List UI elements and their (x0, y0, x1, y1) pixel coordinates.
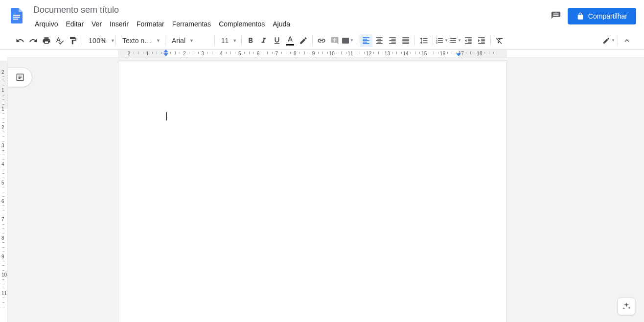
chevron-down-icon: ▼ (611, 38, 615, 43)
insert-comment-button[interactable] (328, 34, 341, 47)
separator (433, 36, 433, 46)
zoom-dropdown[interactable]: 100%▼ (85, 34, 113, 47)
italic-button[interactable] (257, 34, 270, 47)
line-spacing-button[interactable] (417, 34, 430, 47)
separator (241, 36, 242, 46)
bold-button[interactable] (244, 34, 257, 47)
horizontal-ruler[interactable]: 21123456789101112131415161718 (8, 50, 644, 58)
svg-rect-2 (13, 19, 18, 20)
share-label: Compartilhar (588, 12, 627, 20)
separator (165, 36, 165, 46)
menu-editar[interactable]: Editar (62, 18, 87, 30)
lock-icon (576, 12, 584, 20)
chevron-down-icon: ▼ (156, 38, 161, 43)
align-right-button[interactable] (386, 34, 399, 47)
style-dropdown[interactable]: Texto norm...▼ (118, 34, 162, 47)
chevron-down-icon: ▼ (350, 38, 354, 43)
align-left-button[interactable] (360, 34, 372, 47)
separator (357, 36, 357, 46)
chevron-down-icon: ▼ (458, 38, 461, 43)
image-icon (342, 38, 349, 44)
comments-icon[interactable] (550, 10, 562, 22)
chevron-down-icon: ▼ (189, 38, 194, 43)
highlight-button[interactable] (297, 34, 310, 47)
insert-link-button[interactable] (315, 34, 328, 47)
menu-inserir[interactable]: Inserir (106, 18, 132, 30)
chevron-down-icon: ▼ (232, 38, 237, 43)
align-justify-button[interactable] (399, 34, 412, 47)
separator (115, 36, 116, 46)
text-cursor (166, 112, 167, 120)
separator (414, 36, 415, 46)
explore-button[interactable] (618, 298, 635, 315)
svg-rect-0 (13, 15, 20, 16)
document-page[interactable] (118, 61, 507, 322)
toolbar: 100%▼ Texto norm...▼ Arial▼ 11▼ ▼ ▼ ▼ ▼ (0, 31, 644, 50)
doc-title[interactable]: Documento sem título (30, 4, 550, 16)
align-center-button[interactable] (373, 34, 386, 47)
paint-format-button[interactable] (67, 34, 79, 47)
underline-button[interactable] (271, 34, 283, 47)
editing-mode-button[interactable]: ▼ (602, 34, 615, 47)
chevron-down-icon: ▼ (444, 38, 448, 43)
menu-ver[interactable]: Ver (88, 18, 105, 30)
collapse-toolbar-button[interactable] (621, 34, 633, 47)
text-color-button[interactable] (284, 34, 297, 47)
redo-button[interactable] (27, 34, 40, 47)
bulleted-list-button[interactable]: ▼ (449, 34, 461, 47)
chevron-down-icon: ▼ (111, 38, 115, 43)
svg-rect-1 (13, 17, 20, 18)
font-dropdown[interactable]: Arial▼ (168, 34, 212, 47)
menu-arquivo[interactable]: Arquivo (31, 18, 61, 30)
print-button[interactable] (40, 34, 53, 47)
clear-formatting-button[interactable] (493, 34, 506, 47)
document-canvas[interactable] (8, 58, 644, 322)
menu-complementos[interactable]: Complementos (215, 18, 268, 30)
decrease-indent-button[interactable] (462, 34, 475, 47)
insert-image-button[interactable]: ▼ (342, 34, 354, 47)
menu-formatar[interactable]: Formatar (133, 18, 168, 30)
undo-button[interactable] (14, 34, 26, 47)
separator (490, 36, 491, 46)
separator (618, 36, 618, 46)
menu-bar: Arquivo Editar Ver Inserir Formatar Ferr… (31, 18, 550, 30)
numbered-list-button[interactable]: ▼ (436, 34, 448, 47)
separator (82, 36, 82, 46)
separator (312, 36, 313, 46)
separator (214, 36, 215, 46)
font-size-dropdown[interactable]: 11▼ (217, 34, 239, 47)
docs-logo[interactable] (8, 7, 27, 26)
share-button[interactable]: Compartilhar (568, 8, 636, 24)
increase-indent-button[interactable] (475, 34, 488, 47)
vertical-ruler[interactable]: 211234567891011 (0, 58, 8, 322)
spellcheck-button[interactable] (53, 34, 66, 47)
menu-ferramentas[interactable]: Ferramentas (169, 18, 214, 30)
outline-toggle-button[interactable] (8, 68, 32, 87)
menu-ajuda[interactable]: Ajuda (269, 18, 294, 30)
